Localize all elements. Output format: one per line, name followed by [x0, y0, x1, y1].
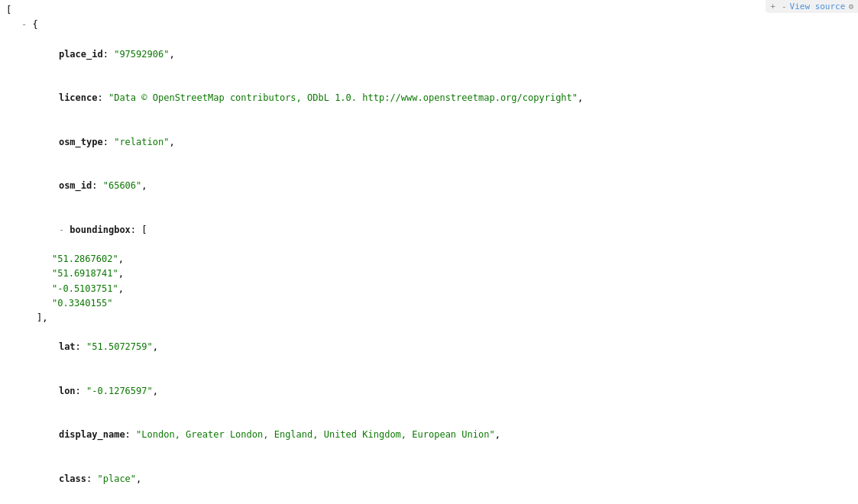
collapse-1[interactable]: -	[21, 19, 32, 30]
field-licence-1: licence: "Data © OpenStreetMap contribut…	[6, 76, 852, 121]
bb-val-1-2: "51.6918741",	[6, 267, 852, 281]
bb-val-1-1: "51.2867602",	[6, 252, 852, 267]
field-type-1: type: "city",	[6, 501, 852, 504]
field-lat-1: lat: "51.5072759",	[6, 325, 852, 370]
minus-icon[interactable]: -	[782, 2, 787, 11]
bb-val-1-3: "-0.5103751",	[6, 282, 852, 296]
json-viewer: [ - { place_id: "97592906", licence: "Da…	[0, 0, 858, 504]
array-open: [	[6, 3, 852, 18]
field-osm-id-1: osm_id: "65606",	[6, 164, 852, 208]
collapse-bb-1[interactable]: -	[59, 225, 70, 235]
bb-close-1: ],	[6, 311, 852, 325]
view-source-link[interactable]: View source	[790, 2, 846, 11]
toolbar: + - View source ⚙	[766, 0, 858, 13]
entry-1-dash: - {	[6, 18, 852, 32]
bb-val-1-4: "0.3340155"	[6, 296, 852, 311]
field-lon-1: lon: "-0.1276597",	[6, 370, 852, 414]
field-display-name-1: display_name: "London, Greater London, E…	[6, 413, 852, 457]
gear-icon[interactable]: ⚙	[848, 2, 853, 11]
field-boundingbox-1: - boundingbox: [	[6, 208, 852, 253]
field-place-id-1: place_id: "97592906",	[6, 32, 852, 76]
plus-icon[interactable]: +	[770, 2, 775, 11]
field-osm-type-1: osm_type: "relation",	[6, 121, 852, 165]
field-class-1: class: "place",	[6, 457, 852, 502]
